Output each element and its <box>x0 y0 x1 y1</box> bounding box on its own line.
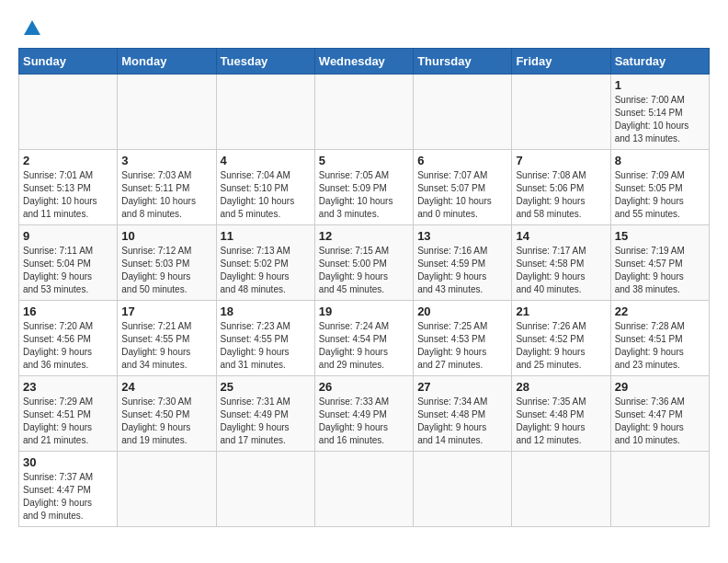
day-info: Sunrise: 7:29 AM Sunset: 4:51 PM Dayligh… <box>23 396 113 447</box>
day-info: Sunrise: 7:28 AM Sunset: 4:51 PM Dayligh… <box>615 320 705 372</box>
day-number: 16 <box>23 304 113 318</box>
calendar-day-cell <box>118 452 216 527</box>
day-number: 7 <box>516 154 606 167</box>
day-number: 2 <box>23 154 113 167</box>
day-info: Sunrise: 7:09 AM Sunset: 5:05 PM Dayligh… <box>615 169 705 221</box>
calendar-day-header: Friday <box>512 49 610 75</box>
day-info: Sunrise: 7:25 AM Sunset: 4:53 PM Dayligh… <box>417 320 507 372</box>
calendar-day-cell: 1Sunrise: 7:00 AM Sunset: 5:14 PM Daylig… <box>610 75 709 150</box>
day-info: Sunrise: 7:26 AM Sunset: 4:52 PM Dayligh… <box>516 320 606 372</box>
logo <box>18 18 42 39</box>
day-info: Sunrise: 7:15 AM Sunset: 5:00 PM Dayligh… <box>319 245 409 296</box>
calendar-day-cell <box>216 452 314 527</box>
day-info: Sunrise: 7:16 AM Sunset: 4:59 PM Dayligh… <box>417 245 507 296</box>
logo-icon <box>22 18 42 39</box>
day-number: 5 <box>319 154 409 167</box>
calendar-day-cell <box>19 75 118 150</box>
calendar-day-cell <box>414 452 512 527</box>
calendar-day-cell: 5Sunrise: 7:05 AM Sunset: 5:09 PM Daylig… <box>314 150 413 225</box>
calendar-day-cell: 20Sunrise: 7:25 AM Sunset: 4:53 PM Dayli… <box>414 301 512 376</box>
calendar-day-cell <box>610 452 709 527</box>
day-number: 26 <box>319 380 409 394</box>
day-info: Sunrise: 7:17 AM Sunset: 4:58 PM Dayligh… <box>516 245 606 296</box>
calendar-day-cell: 2Sunrise: 7:01 AM Sunset: 5:13 PM Daylig… <box>19 150 118 225</box>
calendar-day-cell: 17Sunrise: 7:21 AM Sunset: 4:55 PM Dayli… <box>118 301 216 376</box>
calendar-day-cell: 10Sunrise: 7:12 AM Sunset: 5:03 PM Dayli… <box>118 225 216 301</box>
day-info: Sunrise: 7:12 AM Sunset: 5:03 PM Dayligh… <box>121 245 211 296</box>
calendar-day-header: Thursday <box>414 49 512 75</box>
day-info: Sunrise: 7:00 AM Sunset: 5:14 PM Dayligh… <box>615 94 705 145</box>
day-info: Sunrise: 7:04 AM Sunset: 5:10 PM Dayligh… <box>221 169 311 221</box>
day-number: 20 <box>417 304 507 318</box>
calendar-day-cell: 13Sunrise: 7:16 AM Sunset: 4:59 PM Dayli… <box>414 225 512 301</box>
day-number: 15 <box>615 229 705 243</box>
day-number: 27 <box>417 380 507 394</box>
day-number: 25 <box>221 380 311 394</box>
calendar-day-cell <box>314 75 413 150</box>
calendar-day-cell: 3Sunrise: 7:03 AM Sunset: 5:11 PM Daylig… <box>118 150 216 225</box>
day-info: Sunrise: 7:21 AM Sunset: 4:55 PM Dayligh… <box>121 320 211 372</box>
day-number: 11 <box>221 229 311 243</box>
calendar-week-row: 2Sunrise: 7:01 AM Sunset: 5:13 PM Daylig… <box>19 150 710 225</box>
calendar-day-cell: 28Sunrise: 7:35 AM Sunset: 4:48 PM Dayli… <box>512 376 610 452</box>
page-header <box>18 18 710 39</box>
day-info: Sunrise: 7:34 AM Sunset: 4:48 PM Dayligh… <box>417 396 507 447</box>
day-info: Sunrise: 7:24 AM Sunset: 4:54 PM Dayligh… <box>319 320 409 372</box>
calendar-day-cell: 24Sunrise: 7:30 AM Sunset: 4:50 PM Dayli… <box>118 376 216 452</box>
calendar-day-cell: 12Sunrise: 7:15 AM Sunset: 5:00 PM Dayli… <box>314 225 413 301</box>
day-number: 12 <box>319 229 409 243</box>
svg-marker-0 <box>24 20 40 35</box>
calendar-day-cell: 25Sunrise: 7:31 AM Sunset: 4:49 PM Dayli… <box>216 376 314 452</box>
day-number: 23 <box>23 380 113 394</box>
day-info: Sunrise: 7:05 AM Sunset: 5:09 PM Dayligh… <box>319 169 409 221</box>
calendar-week-row: 1Sunrise: 7:00 AM Sunset: 5:14 PM Daylig… <box>19 75 710 150</box>
calendar-day-cell <box>118 75 216 150</box>
calendar-week-row: 9Sunrise: 7:11 AM Sunset: 5:04 PM Daylig… <box>19 225 710 301</box>
calendar-day-cell: 19Sunrise: 7:24 AM Sunset: 4:54 PM Dayli… <box>314 301 413 376</box>
day-info: Sunrise: 7:19 AM Sunset: 4:57 PM Dayligh… <box>615 245 705 296</box>
day-number: 18 <box>221 304 311 318</box>
calendar-day-cell: 22Sunrise: 7:28 AM Sunset: 4:51 PM Dayli… <box>610 301 709 376</box>
day-number: 6 <box>417 154 507 167</box>
day-number: 24 <box>121 380 211 394</box>
calendar-week-row: 16Sunrise: 7:20 AM Sunset: 4:56 PM Dayli… <box>19 301 710 376</box>
day-info: Sunrise: 7:31 AM Sunset: 4:49 PM Dayligh… <box>221 396 311 447</box>
calendar-day-cell <box>512 452 610 527</box>
calendar-day-cell: 23Sunrise: 7:29 AM Sunset: 4:51 PM Dayli… <box>19 376 118 452</box>
day-number: 1 <box>615 78 705 92</box>
day-info: Sunrise: 7:36 AM Sunset: 4:47 PM Dayligh… <box>615 396 705 447</box>
calendar-week-row: 23Sunrise: 7:29 AM Sunset: 4:51 PM Dayli… <box>19 376 710 452</box>
calendar-day-cell: 26Sunrise: 7:33 AM Sunset: 4:49 PM Dayli… <box>314 376 413 452</box>
calendar-day-cell: 14Sunrise: 7:17 AM Sunset: 4:58 PM Dayli… <box>512 225 610 301</box>
calendar-day-cell: 16Sunrise: 7:20 AM Sunset: 4:56 PM Dayli… <box>19 301 118 376</box>
day-number: 22 <box>615 304 705 318</box>
calendar-header-row: SundayMondayTuesdayWednesdayThursdayFrid… <box>19 49 710 75</box>
calendar-day-cell: 4Sunrise: 7:04 AM Sunset: 5:10 PM Daylig… <box>216 150 314 225</box>
calendar-day-header: Saturday <box>610 49 709 75</box>
day-number: 29 <box>615 380 705 394</box>
day-number: 14 <box>516 229 606 243</box>
day-info: Sunrise: 7:20 AM Sunset: 4:56 PM Dayligh… <box>23 320 113 372</box>
calendar-day-header: Sunday <box>19 49 118 75</box>
calendar-day-cell: 29Sunrise: 7:36 AM Sunset: 4:47 PM Dayli… <box>610 376 709 452</box>
calendar-day-cell <box>414 75 512 150</box>
calendar-table: SundayMondayTuesdayWednesdayThursdayFrid… <box>18 48 710 527</box>
calendar-day-cell: 27Sunrise: 7:34 AM Sunset: 4:48 PM Dayli… <box>414 376 512 452</box>
calendar-day-cell: 7Sunrise: 7:08 AM Sunset: 5:06 PM Daylig… <box>512 150 610 225</box>
calendar-day-header: Monday <box>118 49 216 75</box>
day-info: Sunrise: 7:07 AM Sunset: 5:07 PM Dayligh… <box>417 169 507 221</box>
day-info: Sunrise: 7:33 AM Sunset: 4:49 PM Dayligh… <box>319 396 409 447</box>
day-info: Sunrise: 7:11 AM Sunset: 5:04 PM Dayligh… <box>23 245 113 296</box>
calendar-day-cell: 8Sunrise: 7:09 AM Sunset: 5:05 PM Daylig… <box>610 150 709 225</box>
calendar-day-cell: 9Sunrise: 7:11 AM Sunset: 5:04 PM Daylig… <box>19 225 118 301</box>
calendar-day-header: Wednesday <box>314 49 413 75</box>
calendar-day-cell <box>512 75 610 150</box>
calendar-day-cell: 15Sunrise: 7:19 AM Sunset: 4:57 PM Dayli… <box>610 225 709 301</box>
calendar-day-cell: 30Sunrise: 7:37 AM Sunset: 4:47 PM Dayli… <box>19 452 118 527</box>
calendar-day-cell <box>314 452 413 527</box>
day-info: Sunrise: 7:30 AM Sunset: 4:50 PM Dayligh… <box>121 396 211 447</box>
calendar-day-cell: 18Sunrise: 7:23 AM Sunset: 4:55 PM Dayli… <box>216 301 314 376</box>
day-number: 4 <box>221 154 311 167</box>
day-number: 30 <box>23 455 113 469</box>
calendar-day-cell <box>216 75 314 150</box>
